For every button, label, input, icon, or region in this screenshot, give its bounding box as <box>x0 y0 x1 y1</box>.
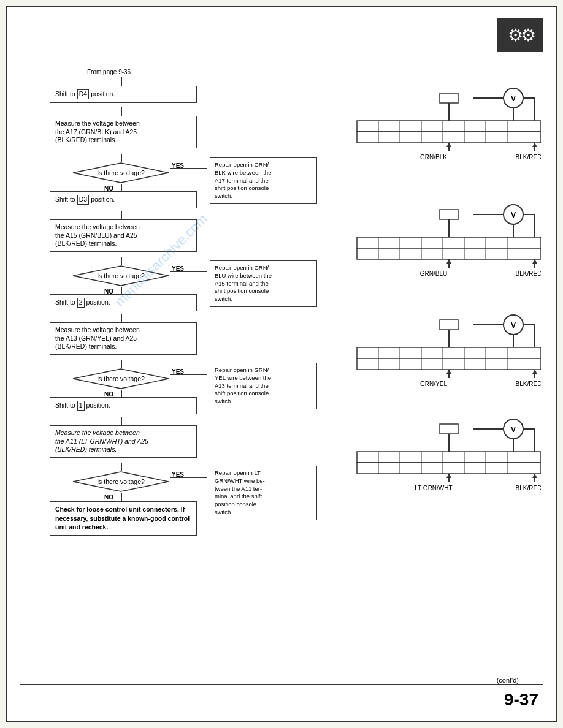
svg-text:BLK/RED: BLK/RED <box>516 270 541 277</box>
bottom-separator <box>20 684 543 685</box>
repair1-box: Repair open in GRN/ BLK wire between the… <box>210 157 317 204</box>
svg-rect-76 <box>357 347 541 358</box>
svg-text:GRN/BLK: GRN/BLK <box>420 154 447 161</box>
page-number: 9-37 <box>504 690 538 710</box>
yes3-label: YES <box>172 368 184 375</box>
svg-rect-114 <box>357 463 541 474</box>
step7-suffix-label: position. <box>86 401 110 410</box>
svg-marker-63 <box>446 259 451 264</box>
svg-text:GRN/YEL: GRN/YEL <box>420 381 447 387</box>
line6 <box>121 360 122 368</box>
from-page-label: From page 9-36 <box>87 69 131 75</box>
gear-icon: ⚙⚙ <box>508 25 534 45</box>
final-text: Check for loose control unit connectors.… <box>50 501 197 536</box>
diagram3-svg: V GRN/YEL <box>339 308 541 387</box>
repair3-box: Repair open in GRN/ YEL wire between the… <box>210 363 317 409</box>
svg-rect-14 <box>440 93 458 103</box>
line1 <box>121 107 122 116</box>
svg-text:V: V <box>511 321 516 330</box>
svg-marker-93 <box>446 370 451 374</box>
svg-marker-125 <box>532 474 537 478</box>
contd-label: (cont'd) <box>497 677 519 684</box>
final-box: Check for loose control unit connectors.… <box>50 501 197 536</box>
svg-text:Is there voltage?: Is there voltage? <box>97 478 145 485</box>
step7-box: Shift to 1 position. <box>50 397 197 414</box>
yes1-label: YES <box>172 162 184 169</box>
step4-text: Measure the voltage between the A15 (GRN… <box>50 219 197 252</box>
step3-pos-box: D3 <box>77 195 89 205</box>
step4-box: Measure the voltage between the A15 (GRN… <box>50 219 197 252</box>
step5-shift-label: Shift to <box>55 298 75 307</box>
svg-marker-33 <box>446 143 451 147</box>
step8-box: Measure the voltage between the A11 (LT … <box>50 425 197 458</box>
svg-text:LT GRN/WHT: LT GRN/WHT <box>415 485 452 491</box>
step3-shift-label: Shift to <box>55 195 75 204</box>
svg-rect-104 <box>440 424 458 434</box>
line2 <box>121 154 122 162</box>
diagram3: V GRN/YEL <box>339 308 541 389</box>
line7 <box>121 417 122 425</box>
svg-rect-44 <box>440 210 458 219</box>
repair3-text: Repair open in GRN/ YEL wire between the… <box>210 363 317 409</box>
step3-box: Shift to D3 position. <box>50 191 197 208</box>
step7-pos-box: 1 <box>77 401 85 411</box>
svg-text:V: V <box>511 94 516 103</box>
step6-box: Measure the voltage between the A13 (GRN… <box>50 322 197 355</box>
repair2-box: Repair open in GRN/ BLU wire between the… <box>210 260 317 307</box>
diagram4-svg: V LT GRN/WHT <box>339 412 541 491</box>
svg-text:Is there voltage?: Is there voltage? <box>97 169 145 176</box>
diagram1-svg: V <box>339 81 541 161</box>
svg-rect-46 <box>357 237 541 248</box>
svg-text:Is there voltage?: Is there voltage? <box>97 272 145 279</box>
svg-text:GRN/BLU: GRN/BLU <box>420 270 447 277</box>
step8-text: Measure the voltage between the A11 (LT … <box>50 425 197 458</box>
step3-suffix-label: position. <box>91 195 115 204</box>
svg-marker-123 <box>446 474 451 478</box>
page-border: ⚙⚙ From page 9-36 Shift to D4 position. … <box>6 6 557 722</box>
step5-box: Shift to 2 position. <box>50 294 197 311</box>
svg-marker-35 <box>532 143 537 147</box>
step1-box: Shift to D4 position. <box>50 86 197 103</box>
no4-line <box>121 493 122 501</box>
diamond2: Is there voltage? <box>72 265 170 287</box>
step7-shift-label: Shift to <box>55 401 75 410</box>
svg-text:Is there voltage?: Is there voltage? <box>97 375 145 382</box>
step5-suffix-label: position. <box>86 298 110 307</box>
step2-text: Measure the voltage between the A17 (GRN… <box>50 116 197 148</box>
step6-text: Measure the voltage between the A13 (GRN… <box>50 322 197 355</box>
diagram1: V <box>339 81 541 162</box>
svg-text:V: V <box>511 211 516 219</box>
diamond3: Is there voltage? <box>72 368 170 390</box>
svg-text:BLK/RED: BLK/RED <box>516 154 541 161</box>
no1-line <box>121 184 122 191</box>
svg-rect-84 <box>357 358 541 370</box>
logo-area: ⚙⚙ <box>497 18 543 52</box>
svg-rect-106 <box>357 452 541 463</box>
diamond1: Is there voltage? <box>72 162 170 184</box>
svg-rect-24 <box>357 132 541 143</box>
repair4-box: Repair open in LT GRN/WHT wire be- tween… <box>210 466 317 520</box>
no4-label: NO <box>104 494 113 501</box>
repair4-text: Repair open in LT GRN/WHT wire be- tween… <box>210 466 317 520</box>
svg-marker-65 <box>532 259 537 264</box>
diagram2-svg: V GRN/BLU <box>339 197 541 277</box>
diagram2: V GRN/BLU <box>339 197 541 278</box>
svg-text:V: V <box>511 425 516 434</box>
svg-rect-74 <box>440 320 458 330</box>
svg-marker-95 <box>532 370 537 374</box>
svg-rect-54 <box>357 248 541 259</box>
svg-text:BLK/RED: BLK/RED <box>516 381 541 387</box>
repair2-text: Repair open in GRN/ BLU wire between the… <box>210 260 317 307</box>
yes2-label: YES <box>172 265 184 272</box>
line5 <box>121 314 122 322</box>
line8 <box>121 463 122 471</box>
no3-line <box>121 390 122 397</box>
svg-text:BLK/RED: BLK/RED <box>516 485 541 491</box>
no2-line <box>121 287 122 294</box>
line4 <box>121 257 122 265</box>
line3 <box>121 211 122 219</box>
step1-pos-box: D4 <box>77 89 89 99</box>
svg-rect-16 <box>357 121 541 132</box>
step5-pos-box: 2 <box>77 298 85 308</box>
step2-box: Measure the voltage between the A17 (GRN… <box>50 116 197 148</box>
